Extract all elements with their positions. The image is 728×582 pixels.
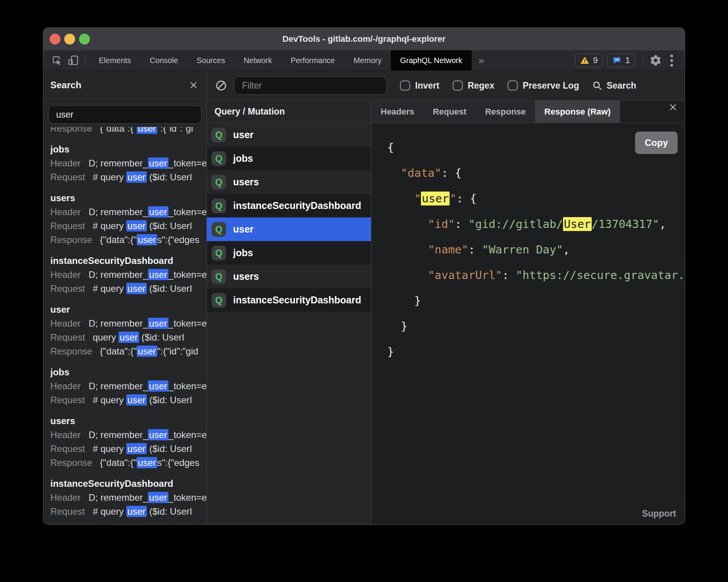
tab-graphql-network[interactable]: GraphQL Network bbox=[391, 50, 471, 70]
search-result-line[interactable]: HeaderD; remember_user_token=e bbox=[50, 428, 206, 442]
search-result-line[interactable]: HeaderD; remember_user_token=e bbox=[50, 156, 206, 170]
search-result-line[interactable]: HeaderD; remember_user_token=e bbox=[50, 205, 206, 219]
minimize-window-button[interactable] bbox=[64, 34, 75, 45]
filter-input[interactable] bbox=[234, 76, 387, 95]
match-highlight: user bbox=[126, 220, 147, 231]
search-input[interactable] bbox=[48, 105, 202, 124]
result-text: s":{"edges bbox=[157, 235, 199, 245]
search-result-line[interactable]: Request# query user ($id: UserI bbox=[50, 505, 206, 519]
kebab-menu-icon[interactable] bbox=[664, 52, 679, 68]
query-row-label: jobs bbox=[233, 247, 253, 258]
close-detail-icon[interactable] bbox=[661, 101, 685, 114]
search-result-line[interactable]: Request# query user ($id: UserI bbox=[50, 219, 206, 233]
filter-checkbox-regex[interactable]: Regex bbox=[453, 80, 494, 91]
checkbox-invert[interactable] bbox=[400, 80, 410, 91]
search-result-line[interactable]: Response{"data":{"users":{"edges bbox=[50, 456, 206, 470]
settings-gear-icon[interactable] bbox=[647, 52, 664, 68]
query-type-icon: Q bbox=[211, 269, 226, 284]
response-tab-request[interactable]: Request bbox=[424, 101, 476, 123]
match-highlight: user bbox=[118, 332, 139, 343]
close-search-icon[interactable] bbox=[187, 79, 200, 92]
tab-console[interactable]: Console bbox=[140, 50, 187, 70]
json-token: "Warren Day" bbox=[482, 243, 563, 256]
query-row-users[interactable]: Qusers bbox=[207, 170, 371, 194]
close-window-button[interactable] bbox=[50, 34, 60, 45]
result-text: _token=e bbox=[168, 318, 206, 329]
toolbar-search[interactable]: Search bbox=[592, 80, 636, 91]
result-line-label: Request bbox=[50, 221, 85, 231]
search-result-line[interactable]: Response{"data":{"user":{"id":"gid bbox=[50, 344, 206, 358]
result-line-label: Response bbox=[50, 346, 92, 356]
result-line-label: Request bbox=[50, 332, 85, 342]
result-line-label: Request bbox=[50, 283, 85, 294]
tab-elements[interactable]: Elements bbox=[89, 50, 140, 70]
inspect-element-icon[interactable] bbox=[49, 52, 65, 68]
match-highlight: user bbox=[126, 283, 147, 294]
support-link[interactable]: Support bbox=[642, 508, 676, 519]
search-result-line[interactable]: HeaderD; remember_user_token=e bbox=[50, 268, 206, 282]
query-row-jobs[interactable]: Qjobs bbox=[207, 147, 371, 170]
json-line: "user": { bbox=[387, 186, 685, 211]
match-highlight: user bbox=[148, 269, 168, 280]
search-result-line[interactable]: Response{"data":{"users":{"edges bbox=[50, 233, 206, 247]
raw-response-view: Copy { "data": { "user": { "id": "gid://… bbox=[371, 123, 685, 524]
maximize-window-button[interactable] bbox=[79, 34, 90, 45]
tab-sources[interactable]: Sources bbox=[187, 50, 234, 70]
issues-badge[interactable]: 1 bbox=[607, 53, 635, 67]
search-result-line[interactable]: HeaderD; remember_user_token=e bbox=[50, 317, 206, 330]
checkbox-preserve-log[interactable] bbox=[508, 80, 518, 91]
query-row-user[interactable]: Quser bbox=[207, 123, 371, 147]
match-highlight: user bbox=[137, 346, 157, 357]
search-panel-title: Search bbox=[50, 80, 187, 91]
search-result-line[interactable]: Request# query user ($id: UserI bbox=[50, 282, 206, 296]
warning-count: 9 bbox=[593, 55, 598, 65]
query-row-user[interactable]: Quser bbox=[207, 217, 371, 241]
query-type-icon: Q bbox=[211, 151, 226, 166]
response-tab-response[interactable]: Response bbox=[476, 101, 535, 123]
query-row-instancesecuritydashboard[interactable]: QinstanceSecurityDashboard bbox=[207, 194, 371, 217]
result-text: D; remember_ bbox=[89, 492, 148, 503]
response-tab-response-raw[interactable]: Response (Raw) bbox=[535, 101, 620, 123]
clear-requests-icon[interactable] bbox=[215, 79, 228, 92]
search-result-line[interactable]: Request# query user ($id: UserI bbox=[50, 442, 206, 456]
match-highlight: user bbox=[126, 171, 147, 183]
query-type-icon: Q bbox=[211, 128, 226, 142]
json-token: "name" bbox=[428, 243, 469, 256]
json-line: "name": "Warren Day", bbox=[387, 237, 685, 262]
search-result-line[interactable]: Request# query user ($id: UserI bbox=[50, 393, 206, 407]
query-type-icon: Q bbox=[211, 246, 226, 260]
search-result-line[interactable]: HeaderD; remember_user_token=e bbox=[50, 379, 206, 393]
warnings-badge[interactable]: 9 bbox=[575, 53, 603, 67]
result-line-label: Header bbox=[50, 158, 81, 168]
tab-network[interactable]: Network bbox=[234, 50, 281, 70]
search-result-line[interactable]: Request# query user ($id: UserI bbox=[50, 170, 206, 184]
response-tab-headers[interactable]: Headers bbox=[371, 101, 424, 123]
search-result-line[interactable]: HeaderD; remember_user_token=e bbox=[50, 491, 206, 505]
json-token: : { bbox=[441, 166, 462, 180]
result-line-label: Request bbox=[50, 506, 85, 517]
tab-performance[interactable]: Performance bbox=[282, 50, 345, 70]
result-text: ($id: UserI bbox=[147, 506, 192, 517]
result-text: # query bbox=[93, 506, 126, 517]
more-tabs-chevron-icon[interactable]: » bbox=[472, 55, 491, 67]
query-row-label: instanceSecurityDashboard bbox=[233, 200, 361, 211]
tab-memory[interactable]: Memory bbox=[344, 50, 391, 70]
query-row-instancesecuritydashboard[interactable]: QinstanceSecurityDashboard bbox=[207, 288, 371, 312]
result-text: query bbox=[93, 332, 118, 342]
warning-icon bbox=[580, 56, 590, 65]
json-token: } bbox=[387, 320, 407, 333]
checkbox-regex[interactable] bbox=[453, 80, 463, 91]
match-highlight: user bbox=[148, 206, 168, 217]
search-result-line[interactable]: Response{"data":{"user":{"id":"gi bbox=[50, 127, 206, 135]
query-row-users[interactable]: Qusers bbox=[207, 265, 371, 288]
search-result-line[interactable]: Requestquery user ($id: UserI bbox=[50, 330, 206, 344]
filter-checkbox-invert[interactable]: Invert bbox=[400, 80, 440, 91]
filter-checkbox-preserve-log[interactable]: Preserve Log bbox=[508, 80, 579, 91]
query-type-icon: Q bbox=[211, 175, 226, 190]
result-text: D; remember_ bbox=[89, 269, 148, 280]
issue-count: 1 bbox=[625, 55, 630, 65]
device-toolbar-icon[interactable] bbox=[65, 52, 81, 68]
query-row-jobs[interactable]: Qjobs bbox=[207, 241, 371, 265]
copy-button[interactable]: Copy bbox=[635, 132, 678, 154]
result-text: # query bbox=[93, 283, 126, 294]
